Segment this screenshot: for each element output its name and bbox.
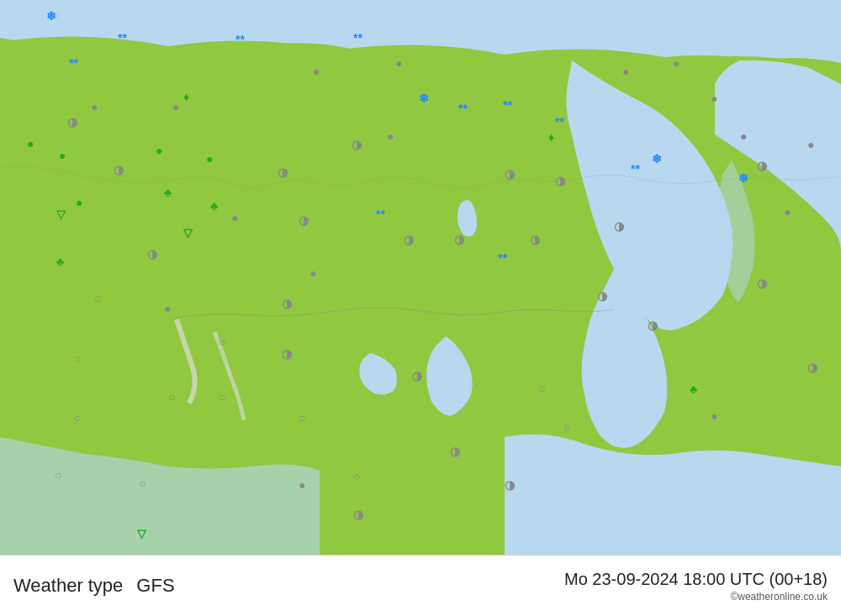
- wx-symbol-9: **: [555, 116, 564, 128]
- wx-symbol-16: ●: [206, 153, 213, 165]
- wx-symbol-65: ●: [231, 212, 238, 224]
- wx-symbol-43: ○: [353, 471, 360, 482]
- wx-symbol-5: **: [69, 57, 78, 69]
- wx-symbol-69: ◑: [412, 370, 422, 382]
- wx-symbol-11: ♦: [548, 131, 554, 143]
- wx-symbol-42: ○: [299, 412, 305, 424]
- wx-symbol-1: **: [118, 32, 127, 44]
- wx-symbol-8: **: [503, 99, 512, 111]
- wx-symbol-64: ●: [807, 139, 814, 150]
- map-background: ❄******♦**❄******❄♦**●●●●♣●♣**◑◑◑◑◑◑◑◑◑◑…: [0, 0, 841, 555]
- wx-symbol-17: ♣: [164, 187, 172, 198]
- wx-symbol-13: ●: [27, 138, 34, 150]
- wx-symbol-72: ▽: [183, 227, 193, 239]
- wx-symbol-75: **: [498, 252, 507, 264]
- wx-symbol-51: ○: [538, 382, 545, 394]
- wx-symbol-58: ●: [387, 130, 394, 142]
- bottom-right-info: Mo 23-09-2024 18:00 UTC (00+18) ©weather…: [564, 570, 828, 603]
- map-svg: [0, 0, 841, 555]
- wx-symbol-71: ▽: [56, 208, 66, 220]
- wx-symbol-62: ●: [740, 130, 747, 142]
- wx-symbol-10: ❄: [652, 153, 662, 165]
- wx-symbol-53: ●: [711, 410, 717, 422]
- wx-symbol-47: ◑: [597, 290, 607, 302]
- wx-symbol-6: ❄: [419, 92, 429, 104]
- wx-symbol-68: ●: [299, 479, 305, 491]
- wx-symbol-0: ❄: [46, 10, 56, 22]
- wx-symbol-40: ○: [94, 292, 101, 304]
- wx-symbol-74: ▽: [137, 528, 146, 540]
- wx-symbol-27: ◑: [454, 234, 464, 245]
- wx-symbol-24: ◑: [147, 248, 157, 260]
- wx-symbol-3: **: [353, 32, 362, 44]
- wx-symbol-30: ◑: [555, 175, 565, 187]
- wx-symbol-33: ◑: [114, 164, 124, 176]
- wx-symbol-73: ♣: [690, 383, 697, 395]
- wx-symbol-52: ○: [563, 422, 570, 434]
- wx-symbol-34: ◑: [282, 297, 292, 309]
- wx-symbol-37: ○: [74, 353, 81, 365]
- wx-symbol-50: ◑: [807, 361, 817, 373]
- wx-symbol-7: **: [458, 103, 468, 114]
- wx-symbol-60: ●: [673, 57, 680, 69]
- wx-symbol-36: ○: [219, 336, 225, 348]
- bottom-left-info: Weather type GFS: [13, 575, 175, 597]
- wx-symbol-23: ◑: [67, 116, 77, 128]
- wx-symbol-15: ●: [156, 145, 162, 156]
- copyright: ©weatheronline.co.uk: [730, 591, 828, 603]
- wx-symbol-61: ●: [711, 92, 717, 104]
- wx-symbol-44: ◑: [353, 508, 363, 520]
- wx-symbol-31: ◑: [614, 220, 624, 232]
- wx-symbol-39: ○: [168, 391, 175, 403]
- wx-symbol-76: ❄: [738, 172, 748, 184]
- wx-symbol-19: ♣: [210, 200, 218, 212]
- wx-symbol-48: ◑: [648, 319, 658, 331]
- label-type: type: [88, 575, 124, 597]
- wx-symbol-59: ●: [622, 66, 629, 77]
- wx-symbol-12: **: [631, 163, 640, 175]
- wx-symbol-28: ◑: [505, 168, 515, 180]
- wx-symbol-45: ◑: [450, 445, 460, 457]
- wx-symbol-22: ◑: [352, 139, 362, 150]
- wx-symbol-55: ●: [172, 101, 179, 113]
- date-time: Mo 23-09-2024 18:00 UTC (00+18): [564, 570, 828, 589]
- wx-symbol-67: ●: [309, 267, 316, 279]
- wx-symbol-32: ◑: [757, 160, 767, 171]
- wx-symbol-35: ◑: [282, 348, 292, 360]
- wx-symbol-57: ●: [395, 57, 402, 69]
- wx-symbol-18: ●: [76, 197, 82, 208]
- wx-symbol-38: ○: [74, 412, 81, 424]
- wx-symbol-63: ●: [784, 206, 791, 218]
- wx-symbol-66: ●: [164, 303, 171, 314]
- wx-symbol-77: ○: [55, 469, 61, 481]
- wx-symbol-70: ♣: [56, 255, 64, 267]
- wx-symbol-26: ◑: [404, 234, 414, 245]
- wx-symbol-78: ○: [139, 477, 145, 489]
- wx-symbol-25: ◑: [299, 214, 309, 226]
- wx-symbol-56: ●: [313, 66, 320, 77]
- wx-symbol-46: ◑: [505, 479, 515, 491]
- wx-symbol-20: **: [376, 208, 385, 220]
- wx-symbol-4: ♦: [183, 91, 189, 103]
- wx-symbol-2: **: [235, 34, 245, 45]
- wx-symbol-49: ◑: [757, 277, 767, 289]
- wx-symbol-14: ●: [59, 150, 66, 161]
- label-weather: Weather: [13, 575, 83, 597]
- label-gfs: GFS: [136, 575, 174, 597]
- wx-symbol-41: ○: [219, 391, 225, 403]
- wx-symbol-29: ◑: [530, 234, 540, 245]
- bottom-bar: Weather type GFS Mo 23-09-2024 18:00 UTC…: [0, 555, 841, 616]
- map-container: ❄******♦**❄******❄♦**●●●●♣●♣**◑◑◑◑◑◑◑◑◑◑…: [0, 0, 841, 616]
- wx-symbol-54: ●: [91, 101, 98, 113]
- wx-symbol-21: ◑: [278, 166, 288, 178]
